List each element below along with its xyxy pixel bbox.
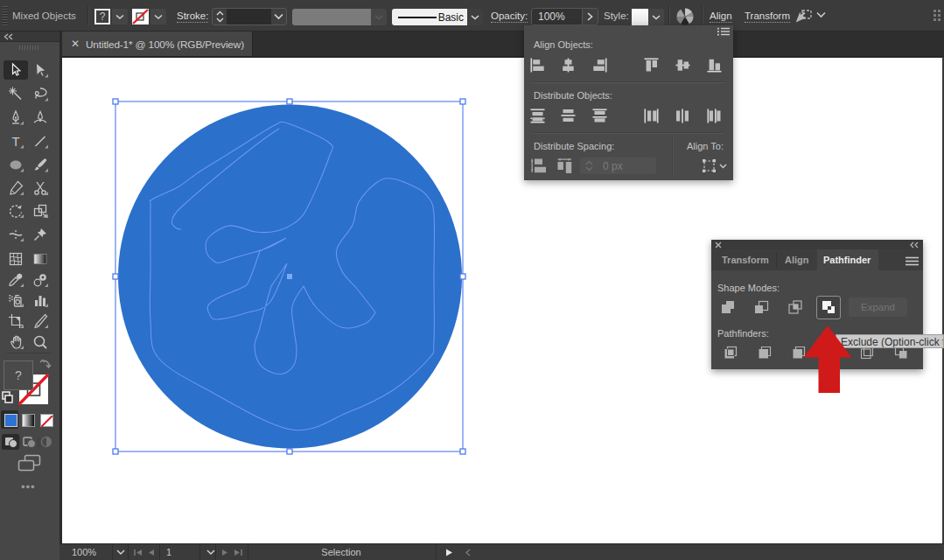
svg-text:T: T xyxy=(11,134,19,149)
